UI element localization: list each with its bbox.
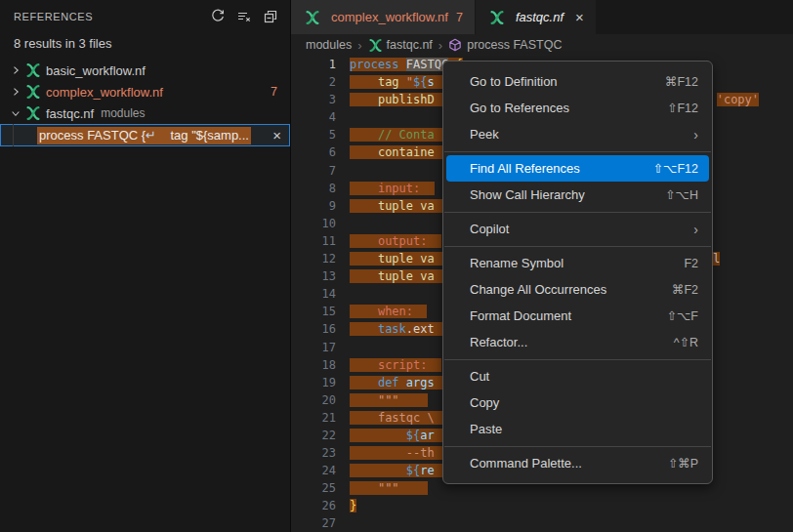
match-highlight: } bbox=[350, 499, 356, 512]
chevron-right-icon[interactable] bbox=[8, 84, 23, 100]
clear-results-icon[interactable] bbox=[234, 7, 254, 26]
match-highlight: tuple va bbox=[350, 199, 455, 213]
code-text: fastqc \ bbox=[350, 409, 448, 427]
menu-separator bbox=[444, 246, 711, 247]
menu-item-go-to-references[interactable]: Go to References⇧F12 bbox=[446, 95, 709, 121]
code-text: tuple va bbox=[350, 267, 455, 285]
code-token: --th bbox=[406, 446, 435, 460]
code-token: tuple va bbox=[378, 269, 435, 283]
match-highlight: """ bbox=[350, 393, 428, 407]
tab-label: complex_workflow.nf bbox=[331, 10, 448, 24]
menu-item-change-all-occurrences[interactable]: Change All Occurrences⌘F2 bbox=[446, 276, 709, 303]
match-highlight: script: bbox=[350, 358, 441, 372]
line-number: 11 bbox=[291, 232, 336, 250]
chevron-right-icon[interactable] bbox=[8, 62, 23, 78]
code-text: output: bbox=[350, 232, 441, 250]
menu-item-go-to-definition[interactable]: Go to Definition⌘F12 bbox=[446, 68, 709, 95]
file-name: basic_workflow.nf bbox=[46, 63, 146, 78]
code-token bbox=[350, 393, 378, 407]
code-token bbox=[350, 199, 378, 213]
match-highlight: input: bbox=[350, 182, 435, 195]
code-token bbox=[350, 128, 378, 142]
match-highlight: when: bbox=[350, 305, 427, 318]
tab-complex-workflow-nf[interactable]: complex_workflow.nf7 bbox=[291, 0, 476, 34]
file-description: modules bbox=[101, 106, 145, 120]
menu-item-refactor[interactable]: Refactor...^⇧R bbox=[446, 329, 709, 355]
menu-item-rename-symbol[interactable]: Rename SymbolF2 bbox=[446, 250, 709, 276]
code-token: } bbox=[350, 499, 356, 512]
results-count-badge: 7 bbox=[271, 85, 277, 99]
nextflow-icon bbox=[489, 10, 505, 25]
menu-separator bbox=[444, 151, 711, 152]
references-sidebar: REFERENCES 8 results in 3 files basic_wo… bbox=[0, 0, 290, 532]
editor-line[interactable]: 27 bbox=[291, 514, 793, 532]
code-token: l bbox=[713, 252, 720, 266]
code-text: } bbox=[350, 497, 356, 514]
code-token: ${ bbox=[406, 464, 420, 477]
menu-item-shortcut: ⇧⌘P bbox=[668, 456, 698, 471]
sidebar-item-complex-workflow-nf[interactable]: complex_workflow.nf7 bbox=[0, 81, 290, 102]
menu-item-find-all-references[interactable]: Find All References⇧⌥F12 bbox=[446, 155, 709, 182]
code-token: process bbox=[350, 58, 399, 71]
code-token: ar bbox=[420, 429, 434, 442]
highlight-pad bbox=[420, 182, 434, 195]
code-text: // Conta bbox=[350, 126, 455, 143]
menu-item-shortcut: ⇧F12 bbox=[667, 101, 698, 115]
code-token bbox=[350, 411, 378, 425]
code-text: ${ar bbox=[350, 427, 455, 444]
match-highlight: publishD bbox=[350, 93, 455, 106]
line-number: 4 bbox=[291, 108, 336, 126]
sidebar-item-fastqc-nf[interactable]: fastqc.nfmodules bbox=[0, 102, 290, 124]
reference-result-item[interactable]: process FASTQC {↵ tag "${samp...× bbox=[0, 124, 290, 146]
menu-separator bbox=[444, 359, 711, 360]
menu-item-cut[interactable]: Cut bbox=[446, 363, 709, 389]
match-highlight: tag "${s bbox=[350, 75, 455, 89]
code-token bbox=[350, 376, 378, 389]
match-highlight: output: bbox=[350, 234, 441, 248]
line-number: 15 bbox=[291, 303, 336, 320]
editor-line[interactable]: 26} bbox=[291, 497, 793, 514]
menu-item-command-palette[interactable]: Command Palette...⇧⌘P bbox=[446, 450, 709, 476]
menu-item-label: Show Call Hierarchy bbox=[470, 187, 665, 202]
dismiss-icon[interactable]: × bbox=[272, 128, 281, 143]
breadcrumb-item-modules[interactable]: modules bbox=[306, 38, 352, 52]
code-token bbox=[399, 58, 406, 71]
breadcrumb-item-process-fastqc[interactable]: process FASTQC bbox=[448, 38, 562, 53]
reference-match-text: process FASTQC {↵ tag "${samp... bbox=[37, 127, 251, 144]
tab-dirty-badge: 7 bbox=[456, 11, 463, 24]
code-token bbox=[350, 75, 378, 89]
code-token bbox=[399, 75, 406, 89]
refresh-icon[interactable] bbox=[208, 7, 228, 26]
code-token: task bbox=[378, 322, 406, 336]
code-token: // Conta bbox=[378, 128, 435, 142]
menu-item-copilot[interactable]: Copilot› bbox=[446, 216, 709, 242]
references-tree: basic_workflow.nfcomplex_workflow.nf7fas… bbox=[0, 60, 290, 146]
code-token: " bbox=[406, 75, 413, 89]
sidebar-item-basic-workflow-nf[interactable]: basic_workflow.nf bbox=[0, 60, 290, 81]
menu-item-label: Peek bbox=[470, 127, 693, 142]
line-number: 16 bbox=[291, 320, 336, 338]
menu-item-show-call-hierarchy[interactable]: Show Call Hierarchy⇧⌥H bbox=[446, 182, 709, 208]
tab-fastqc-nf[interactable]: fastqc.nf× bbox=[476, 0, 596, 34]
menu-item-label: Paste bbox=[470, 422, 698, 436]
code-token: input: bbox=[378, 182, 420, 195]
code-text: tag "${s bbox=[350, 73, 455, 91]
nextflow-icon bbox=[25, 105, 41, 121]
menu-item-paste[interactable]: Paste bbox=[446, 416, 709, 442]
close-icon[interactable]: × bbox=[575, 10, 584, 24]
code-token bbox=[350, 305, 378, 318]
code-token: def bbox=[378, 376, 399, 389]
results-summary: 8 results in 3 files bbox=[0, 33, 290, 60]
chevron-down-icon[interactable] bbox=[8, 105, 23, 121]
menu-item-format-document[interactable]: Format Document⇧⌥F bbox=[446, 303, 709, 329]
breadcrumb-item-fastqc-nf[interactable]: fastqc.nf bbox=[368, 38, 433, 53]
match-highlight: fastqc \ bbox=[350, 411, 448, 425]
code-token: ${ bbox=[406, 429, 420, 442]
code-token: re bbox=[420, 464, 434, 477]
menu-item-shortcut: F2 bbox=[684, 257, 698, 270]
collapse-all-icon[interactable] bbox=[261, 7, 280, 26]
code-token: ${ bbox=[413, 75, 427, 89]
menu-item-peek[interactable]: Peek› bbox=[446, 121, 709, 147]
match-highlight: containe bbox=[350, 145, 455, 159]
menu-item-copy[interactable]: Copy bbox=[446, 389, 709, 416]
